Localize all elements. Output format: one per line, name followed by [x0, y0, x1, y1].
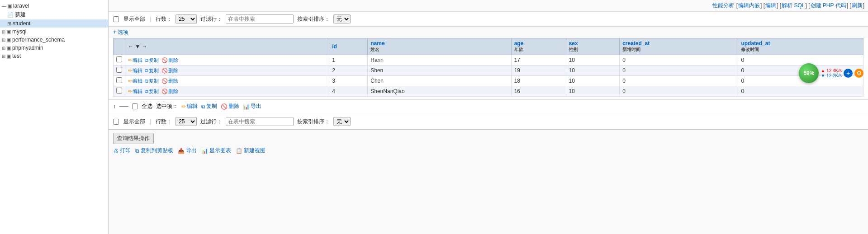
parse-sql-link[interactable]: 解析 SQL: [782, 2, 805, 9]
export-icon: 📊: [243, 103, 250, 110]
sidebar-item-phpmyadmin[interactable]: ⊞ ▣ phpmyadmin: [0, 44, 108, 52]
copy-row-button[interactable]: ⧉复制: [145, 57, 159, 64]
cell-age: 17: [511, 55, 566, 66]
sidebar-item-laravel[interactable]: — ▣ laravel: [0, 2, 108, 10]
edit-row-button[interactable]: ✏编辑: [128, 67, 142, 74]
copy-selected-button[interactable]: ⧉ 复制: [201, 103, 217, 110]
main-content: 性能分析 [编辑内嵌] [编辑] [解析 SQL] [创建 PHP 代码] [刷…: [109, 0, 868, 234]
delete-row-button[interactable]: 🚫删除: [161, 78, 178, 84]
header-updated-at[interactable]: updated_at 修改时间: [738, 38, 863, 55]
float-btn-orange[interactable]: ⚙: [854, 69, 863, 78]
sort-icon[interactable]: ▼: [135, 43, 140, 50]
select-all-checkbox-bottom[interactable]: [132, 103, 138, 109]
copy-icon: ⧉: [145, 78, 148, 84]
edit-selected-button[interactable]: ✏ 编辑: [181, 103, 198, 110]
header-checkbox-col: [114, 38, 125, 55]
sort-select[interactable]: 无: [333, 14, 351, 23]
cell-age: 19: [511, 66, 566, 76]
sidebar-label: test: [12, 53, 21, 59]
delete-icon: 🚫: [221, 103, 228, 110]
options-link[interactable]: + 选项: [109, 27, 868, 38]
table-header-row: ← ▼ → id name 姓名 age 年龄: [114, 38, 863, 55]
copy-clipboard-button[interactable]: ⧉ 复制到剪贴板: [135, 147, 173, 154]
edit-row-button[interactable]: ✏编辑: [128, 78, 142, 84]
sidebar-item-new[interactable]: 📄 新建: [0, 10, 108, 19]
new-view-button[interactable]: 📋 新建视图: [236, 147, 266, 154]
delete-row-button[interactable]: 🚫删除: [161, 67, 178, 74]
filter-label-bottom: 过滤行：: [200, 118, 222, 126]
query-actions: 🖨 打印 ⧉ 复制到剪贴板 📤 导出 📊 显示图表 📋 新建视图: [113, 147, 863, 154]
copy-row-button[interactable]: ⧉复制: [145, 88, 159, 95]
filter-input[interactable]: [226, 14, 294, 23]
export-icon: 📤: [178, 148, 185, 154]
delete-row-button[interactable]: 🚫删除: [161, 88, 178, 95]
edit-row-button[interactable]: ✏编辑: [128, 88, 142, 95]
sidebar-item-test[interactable]: ⊞ ▣ test: [0, 52, 108, 60]
row-checkbox[interactable]: [116, 88, 122, 94]
export-button[interactable]: 📤 导出: [178, 147, 197, 154]
edit-inline-link[interactable]: 编辑内嵌: [738, 2, 760, 9]
row-checkbox-cell: [114, 86, 125, 97]
header-age[interactable]: age 年龄: [511, 38, 566, 55]
expand-icon: ⊞: [2, 29, 5, 34]
float-btn-blue[interactable]: +: [844, 69, 853, 78]
sidebar-label: laravel: [13, 3, 29, 9]
show-all-checkbox[interactable]: [113, 16, 119, 22]
db-icon: ▣: [7, 3, 12, 9]
rows-select-bottom[interactable]: 25 50 100: [175, 117, 197, 126]
delete-selected-button[interactable]: 🚫 删除: [221, 103, 239, 110]
cpu-badge: 59%: [799, 63, 819, 83]
export-selected-button[interactable]: 📊 导出: [243, 103, 261, 110]
print-button[interactable]: 🖨 打印: [113, 147, 131, 154]
header-created-at[interactable]: created_at 新增时间: [620, 38, 738, 55]
copy-icon: ⧉: [145, 57, 148, 63]
edit-link[interactable]: 编辑: [765, 2, 776, 9]
delete-icon: 🚫: [161, 78, 168, 84]
cell-name: ShenNanQiao: [368, 86, 511, 97]
row-checkbox[interactable]: [116, 56, 122, 62]
pencil-icon: ✏: [181, 103, 186, 110]
delete-row-button[interactable]: 🚫删除: [161, 57, 178, 64]
row-actions-cell: ✏编辑 ⧉复制 🚫删除: [125, 76, 329, 86]
header-sex[interactable]: sex 性别: [566, 38, 620, 55]
row-actions-cell: ✏编辑 ⧉复制 🚫删除: [125, 66, 329, 76]
rows-label-bottom: 行数：: [156, 118, 172, 126]
create-php-link[interactable]: 创建 PHP 代码: [811, 2, 846, 9]
header-id[interactable]: id: [329, 38, 368, 55]
copy-icon: ⧉: [145, 89, 148, 94]
sidebar-item-student[interactable]: ⊞ student: [0, 19, 108, 28]
row-checkbox[interactable]: [116, 77, 122, 83]
header-actions-col: ← ▼ →: [125, 38, 329, 55]
query-section: 查询结果操作 🖨 打印 ⧉ 复制到剪贴板 📤 导出 📊 显示图表 📋 新建视图: [109, 129, 868, 157]
header-name[interactable]: name 姓名: [368, 38, 511, 55]
show-all-checkbox-bottom[interactable]: [113, 119, 119, 125]
speed-up: ▲ 12.4K/s: [821, 68, 842, 73]
sidebar-item-mysql[interactable]: ⊞ ▣ mysql: [0, 28, 108, 36]
table-row: ✏编辑 ⧉复制 🚫删除 3 Chen 18 10 0 0: [114, 76, 863, 86]
table-row: ✏编辑 ⧉复制 🚫删除 4 ShenNanQiao 16 10 0 0: [114, 86, 863, 97]
top-bar: 性能分析 [编辑内嵌] [编辑] [解析 SQL] [创建 PHP 代码] [刷…: [109, 0, 868, 12]
copy-row-button[interactable]: ⧉复制: [145, 67, 159, 74]
cell-age: 18: [511, 76, 566, 86]
cell-id: 4: [329, 86, 368, 97]
cell-created-at: 0: [620, 66, 738, 76]
performance-link[interactable]: 性能分析: [712, 2, 734, 9]
separator-bottom: |: [150, 118, 151, 125]
chart-button[interactable]: 📊 显示图表: [201, 147, 231, 154]
rows-label: 行数：: [156, 15, 172, 23]
speed-down: ▼ 12.2K/s: [821, 73, 842, 78]
delete-icon: 🚫: [161, 57, 168, 63]
refresh-link[interactable]: 刷新: [852, 2, 863, 9]
cell-name: Shen: [368, 66, 511, 76]
copy-row-button[interactable]: ⧉复制: [145, 78, 159, 84]
separator: |: [150, 16, 151, 22]
row-checkbox-cell: [114, 66, 125, 76]
sort-select-bottom[interactable]: 无: [333, 117, 351, 126]
row-checkbox[interactable]: [116, 67, 122, 73]
rows-select[interactable]: 25 50 100: [175, 14, 197, 23]
query-result-title: 查询结果操作: [113, 133, 154, 144]
sidebar-item-performance-schema[interactable]: ⊞ ▣ performance_schema: [0, 36, 108, 44]
delete-icon: 🚫: [161, 68, 168, 74]
edit-row-button[interactable]: ✏编辑: [128, 57, 142, 64]
filter-input-bottom[interactable]: [226, 117, 294, 126]
